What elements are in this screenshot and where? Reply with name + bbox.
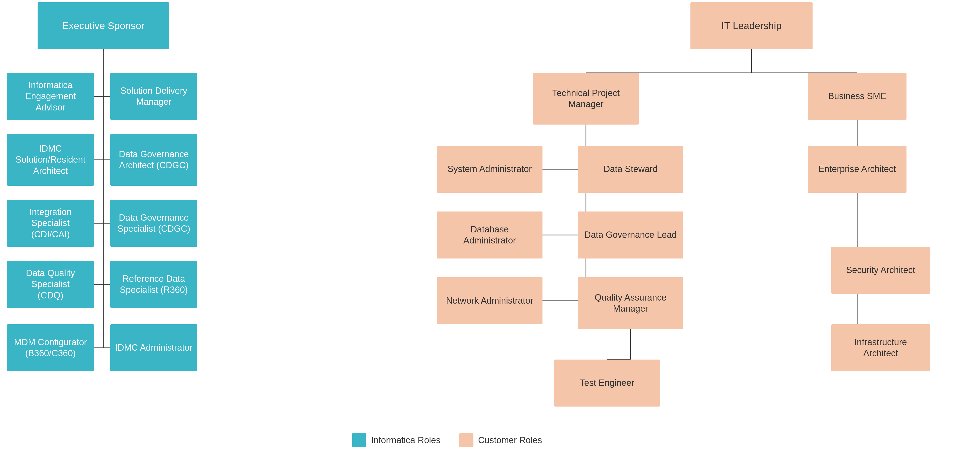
informatica-legend-label: Informatica Roles — [371, 435, 441, 445]
system-administrator-node: System Administrator — [437, 146, 542, 193]
informatica-legend-swatch — [352, 433, 366, 447]
solution-delivery-manager-node: Solution DeliveryManager — [110, 73, 197, 120]
database-administrator-node: DatabaseAdministrator — [437, 212, 542, 259]
idmc-administrator-node: IDMC Administrator — [110, 324, 197, 371]
data-governance-lead-node: Data Governance Lead — [578, 212, 683, 259]
infrastructure-architect-node: InfrastructureArchitect — [831, 324, 930, 371]
technical-project-manager-node: Technical ProjectManager — [533, 73, 639, 124]
reference-data-specialist-node: Reference DataSpecialist (R360) — [110, 261, 197, 308]
customer-legend-label: Customer Roles — [478, 435, 542, 445]
informatica-engagement-advisor-node: InformaticaEngagement Advisor — [7, 73, 94, 120]
it-leadership-node: IT Leadership — [690, 2, 813, 49]
business-sme-node: Business SME — [808, 73, 907, 120]
data-quality-specialist-node: Data Quality Specialist(CDQ) — [7, 261, 94, 308]
quality-assurance-manager-node: Quality AssuranceManager — [578, 277, 683, 329]
test-engineer-node: Test Engineer — [554, 359, 660, 407]
idmc-solution-resident-architect-node: IDMCSolution/ResidentArchitect — [7, 134, 94, 186]
network-administrator-node: Network Administrator — [437, 277, 542, 324]
informatica-legend-item: Informatica Roles — [352, 433, 441, 447]
data-governance-architect-node: Data GovernanceArchitect (CDGC) — [110, 134, 197, 186]
data-steward-node: Data Steward — [578, 146, 683, 193]
security-architect-node: Security Architect — [831, 247, 930, 294]
data-governance-specialist-node: Data GovernanceSpecialist (CDGC) — [110, 200, 197, 247]
customer-legend-swatch — [459, 433, 473, 447]
exec-sponsor-node: Executive Sponsor — [38, 2, 169, 49]
enterprise-architect-node: Enterprise Architect — [808, 146, 907, 193]
legend: Informatica Roles Customer Roles — [352, 433, 542, 447]
integration-specialist-node: Integration Specialist(CDI/CAI) — [7, 200, 94, 247]
customer-legend-item: Customer Roles — [459, 433, 542, 447]
org-chart: Executive Sponsor InformaticaEngagement … — [0, 0, 980, 466]
mdm-configurator-node: MDM Configurator(B360/C360) — [7, 324, 94, 371]
